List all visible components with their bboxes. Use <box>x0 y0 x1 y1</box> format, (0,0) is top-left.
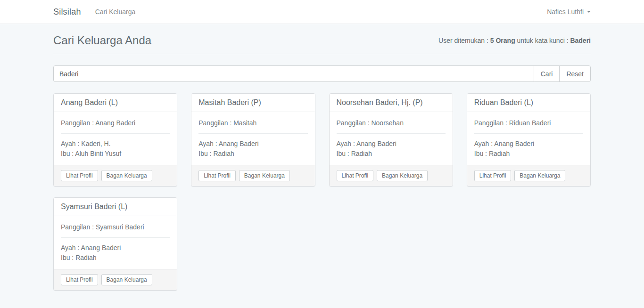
bagan-keluarga-button[interactable]: Bagan Keluarga <box>239 170 290 181</box>
person-card: Riduan Baderi (L) Panggilan : Riduan Bad… <box>467 93 591 186</box>
cari-button[interactable]: Cari <box>534 65 560 82</box>
search-results-summary: User ditemukan : 5 Orang untuk kata kunc… <box>438 37 591 44</box>
card-title: Riduan Baderi (L) <box>467 94 590 112</box>
ibu-line: Ibu : Radiah <box>474 149 583 159</box>
ayah-line: Ayah : Anang Baderi <box>61 243 170 253</box>
results-prefix: User ditemukan : <box>438 37 490 44</box>
panggilan-line: Panggilan : Masitah <box>198 118 307 128</box>
person-card: Syamsuri Baderi (L) Panggilan : Syamsuri… <box>53 197 177 291</box>
card-title: Anang Baderi (L) <box>54 94 177 112</box>
ayah-line: Ayah : Anang Baderi <box>198 139 307 149</box>
page-header: Cari Keluarga Anda User ditemukan : 5 Or… <box>53 34 591 54</box>
bagan-keluarga-button[interactable]: Bagan Keluarga <box>377 170 428 181</box>
lihat-profil-button[interactable]: Lihat Profil <box>61 170 98 181</box>
lihat-profil-button[interactable]: Lihat Profil <box>198 170 236 181</box>
person-card: Masitah Baderi (P) Panggilan : Masitah A… <box>191 93 315 186</box>
card-title: Noorsehan Baderi, Hj. (P) <box>330 94 453 112</box>
lihat-profil-button[interactable]: Lihat Profil <box>474 170 512 181</box>
ayah-line: Ayah : Kaderi, H. <box>61 139 170 149</box>
results-count: 5 Orang <box>490 37 515 44</box>
divider <box>61 133 170 134</box>
bagan-keluarga-button[interactable]: Bagan Keluarga <box>101 170 152 181</box>
card-title: Syamsuri Baderi (L) <box>54 198 177 216</box>
lihat-profil-button[interactable]: Lihat Profil <box>337 170 374 181</box>
divider <box>337 133 446 134</box>
bagan-keluarga-button[interactable]: Bagan Keluarga <box>514 170 565 181</box>
reset-button[interactable]: Reset <box>559 65 591 82</box>
search-input[interactable] <box>53 65 534 82</box>
caret-down-icon <box>587 11 591 13</box>
panggilan-line: Panggilan : Riduan Baderi <box>474 118 583 128</box>
user-menu-label: Nafies Luthfi <box>547 8 584 16</box>
lihat-profil-button[interactable]: Lihat Profil <box>61 274 98 285</box>
ayah-line: Ayah : Anang Baderi <box>474 139 583 149</box>
bagan-keluarga-button[interactable]: Bagan Keluarga <box>101 274 152 285</box>
person-card: Anang Baderi (L) Panggilan : Anang Bader… <box>53 93 177 186</box>
ayah-line: Ayah : Anang Baderi <box>337 139 446 149</box>
ibu-line: Ibu : Radiah <box>61 253 170 263</box>
divider <box>198 133 307 134</box>
card-title: Masitah Baderi (P) <box>191 94 314 112</box>
ibu-line: Ibu : Aluh Binti Yusuf <box>61 149 170 159</box>
search-form: Cari Reset <box>53 65 591 82</box>
results-middle: untuk kata kunci : <box>515 37 570 44</box>
page-title: Cari Keluarga Anda <box>53 34 151 47</box>
main-content: Cari Keluarga Anda User ditemukan : 5 Or… <box>46 34 598 308</box>
navbar: Silsilah Cari Keluarga Nafies Luthfi <box>0 0 644 24</box>
ibu-line: Ibu : Radiah <box>337 149 446 159</box>
divider <box>61 237 170 238</box>
brand-link[interactable]: Silsilah <box>53 7 81 17</box>
panggilan-line: Panggilan : Anang Baderi <box>61 118 170 128</box>
results-keyword: Baderi <box>570 37 591 44</box>
user-menu-dropdown[interactable]: Nafies Luthfi <box>547 8 591 16</box>
panggilan-line: Panggilan : Noorsehan <box>337 118 446 128</box>
results-grid: Anang Baderi (L) Panggilan : Anang Bader… <box>53 93 591 308</box>
person-card: Noorsehan Baderi, Hj. (P) Panggilan : No… <box>329 93 453 186</box>
ibu-line: Ibu : Radiah <box>198 149 307 159</box>
divider <box>474 133 583 134</box>
nav-item-cari-keluarga[interactable]: Cari Keluarga <box>95 8 136 16</box>
panggilan-line: Panggilan : Syamsuri Baderi <box>61 222 170 232</box>
